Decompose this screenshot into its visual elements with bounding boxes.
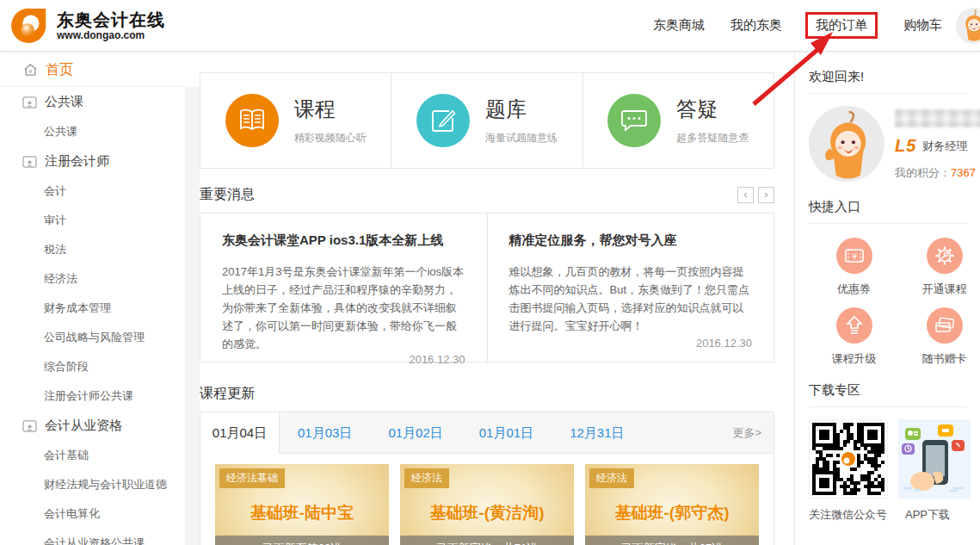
course-cards: 经济法基础 基础班-陆中宝 已更新至第62讲 经济法 基础班-(黄洁洵) 已更新…: [200, 454, 774, 545]
course-card-status: 已更新完毕，共67讲: [585, 536, 759, 545]
sidebar-divider: [185, 87, 200, 545]
course-card-status: 已更新至第62讲: [215, 536, 389, 545]
course-badge: 经济法基础: [219, 468, 285, 488]
course-card[interactable]: 经济法 基础班-(郭守杰) 已更新完毕，共67讲: [585, 464, 759, 545]
tab-date[interactable]: 01月03日: [280, 412, 370, 453]
sidebar-section-public-course[interactable]: 公共课: [0, 87, 185, 117]
sidebar-item-accounting-basics[interactable]: 会计基础: [0, 441, 185, 470]
main-content: 课程 精彩视频随心听 题库 海量试题随意练: [200, 72, 774, 545]
quick-item-label: 课程升级: [832, 351, 877, 367]
sidebar-item-public-course[interactable]: 公共课: [0, 117, 185, 146]
news-item-title[interactable]: 精准定位服务，帮您对号入座: [509, 232, 753, 249]
news-panel: 东奥会计课堂APP ios3.1版本全新上线 2017年1月3号是东奥会计课堂新…: [200, 213, 774, 362]
qr-code-image: [812, 423, 884, 495]
nav-my-dongao[interactable]: 我的东奥: [730, 17, 782, 34]
course-card-status: 已更新完毕，共71讲: [400, 536, 574, 545]
nav-cart[interactable]: 购物车: [903, 17, 942, 34]
sidebar-item-cpa-public[interactable]: 注册会计师公共课: [0, 381, 185, 411]
course-update-title: 课程更新: [200, 385, 255, 403]
sidebar-section-accounting-qualification[interactable]: 会计从业资格: [0, 411, 185, 441]
pencil-icon: [416, 94, 470, 147]
mascot-icon: [956, 8, 980, 44]
more-link[interactable]: 更多>: [732, 412, 774, 453]
course-card-title: 基础班-(黄洁洵): [400, 502, 574, 524]
news-item-body: 难以想象，几百页的教材，将每一页按照内容提炼出不同的知识点。But，东奥做到了！…: [509, 263, 753, 335]
course-card-title: 基础班-(郭守杰): [585, 502, 759, 524]
download-title: 下载专区: [809, 382, 967, 407]
date-tabbar: 01月04日 01月03日 01月02日 01月01日 12月31日 更多>: [200, 412, 774, 454]
chevron-right-icon[interactable]: ›: [758, 187, 774, 203]
level-badge: L5: [895, 136, 916, 156]
news-item-title[interactable]: 东奥会计课堂APP ios3.1版本全新上线: [222, 232, 465, 249]
course-card-title: 基础班-陆中宝: [215, 502, 389, 524]
tab-date-active[interactable]: 01月04日: [200, 412, 280, 454]
feature-title: 答疑: [676, 96, 749, 123]
course-badge: 经济法: [589, 468, 634, 488]
quick-item-open-course[interactable]: 开通课程: [922, 238, 967, 297]
sidebar-item-audit[interactable]: 审计: [0, 206, 185, 235]
quick-item-gift-card[interactable]: 随书赠卡: [922, 307, 967, 367]
user-avatar[interactable]: [809, 106, 884, 182]
course-card[interactable]: 经济法 基础班-(黄洁洵) 已更新完毕，共71讲: [400, 464, 574, 545]
download-zone: 下载专区: [809, 382, 980, 523]
user-avatar-small[interactable]: [956, 8, 980, 44]
news-item: 精准定位服务，帮您对号入座 难以想象，几百页的教材，将每一页按照内容提炼出不同的…: [487, 214, 774, 362]
sidebar-item-computerized-accounting[interactable]: 会计电算化: [0, 499, 185, 529]
app-download-label: APP下载: [905, 507, 950, 523]
home-icon: [23, 63, 38, 77]
page: 东奥会计在线 www.dongao.com 东奥商城 我的东奥 我的订单 购物车: [0, 0, 980, 545]
news-pager: ‹ ›: [737, 187, 774, 203]
feature-subtitle: 精彩视频随心听: [294, 131, 367, 146]
svg-text:¥: ¥: [852, 252, 857, 261]
nav-dongao-mall[interactable]: 东奥商城: [653, 17, 705, 34]
quick-item-label: 开通课程: [922, 282, 967, 297]
sidebar-section-label: 注册会计师: [45, 153, 109, 170]
sidebar-section-cpa[interactable]: 注册会计师: [0, 146, 185, 177]
brand-logo[interactable]: 东奥会计在线 www.dongao.com: [9, 6, 165, 46]
points-value: 7367: [951, 166, 976, 179]
sidebar-item-comprehensive[interactable]: 综合阶段: [0, 352, 185, 381]
app-download-illustration[interactable]: [898, 419, 971, 499]
sidebar-item-accounting[interactable]: 会计: [0, 177, 185, 206]
news-header: 重要消息 ‹ ›: [200, 186, 774, 204]
mascot-icon: [809, 106, 884, 182]
role-label: 财务经理: [922, 139, 967, 154]
coupon-icon: ¥: [836, 238, 872, 274]
sidebar-item-home[interactable]: 首页: [0, 53, 185, 87]
sidebar-section-label: 公共课: [45, 94, 83, 110]
feature-title: 题库: [485, 96, 558, 123]
dongao-logo-icon: [9, 6, 48, 46]
chat-icon: [607, 94, 661, 147]
upgrade-icon: [836, 307, 872, 344]
chevron-left-icon[interactable]: ‹: [737, 187, 754, 203]
tab-date[interactable]: 01月02日: [370, 412, 460, 453]
course-card[interactable]: 经济法基础 基础班-陆中宝 已更新至第62讲: [215, 464, 389, 545]
sidebar-item-finance-law-ethics[interactable]: 财经法规与会计职业道德: [0, 470, 185, 499]
feature-courses[interactable]: 课程 精彩视频随心听: [200, 73, 391, 168]
brand-name: 东奥会计在线: [57, 10, 165, 29]
feature-question-bank[interactable]: 题库 海量试题随意练: [391, 73, 582, 168]
profile-card: L5 财务经理 我的积分：7367: [809, 106, 980, 182]
sidebar-item-tax-law[interactable]: 税法: [0, 235, 185, 264]
tab-date[interactable]: 12月31日: [552, 412, 642, 453]
gear-icon: [927, 238, 963, 274]
header-nav: 东奥商城 我的东奥 我的订单 购物车: [627, 8, 980, 44]
sidebar-item-economic-law[interactable]: 经济法: [0, 264, 185, 294]
sidebar-item-financial-cost-mgmt[interactable]: 财务成本管理: [0, 294, 185, 323]
feature-cards: 课程 精彩视频随心听 题库 海量试题随意练: [200, 72, 774, 169]
brand-url: www.dongao.com: [57, 29, 165, 41]
quick-item-coupon[interactable]: ¥ 优惠券: [836, 238, 872, 297]
welcome-title: 欢迎回来!: [809, 69, 967, 94]
quick-item-upgrade[interactable]: 课程升级: [832, 307, 877, 367]
qr-label: 关注微信公众号: [809, 507, 898, 523]
nav-my-orders[interactable]: 我的订单: [805, 12, 878, 39]
sidebar-item-qualification-public[interactable]: 会计从业资格公共课: [0, 529, 185, 545]
news-item-date: 2016.12.30: [222, 353, 465, 366]
quick-item-label: 随书赠卡: [922, 351, 967, 367]
feature-qa[interactable]: 答疑 超多答疑随意查: [582, 73, 774, 168]
sidebar-item-strategy-risk[interactable]: 公司战略与风险管理: [0, 323, 185, 352]
tab-date[interactable]: 01月01日: [461, 412, 552, 453]
username-blurred: [895, 109, 980, 127]
right-sidebar: 欢迎回来! L5 财务经理: [794, 53, 980, 545]
news-item: 东奥会计课堂APP ios3.1版本全新上线 2017年1月3号是东奥会计课堂新…: [200, 214, 487, 362]
